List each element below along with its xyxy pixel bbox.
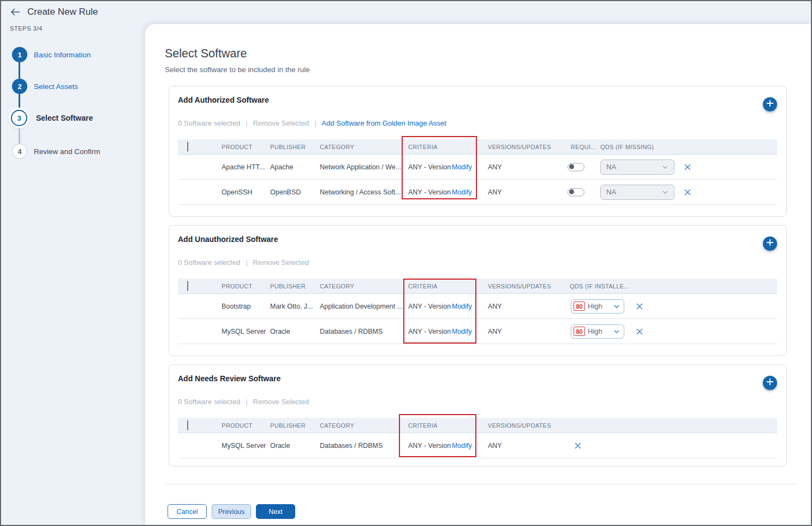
window-title: Create New Rule xyxy=(27,7,98,17)
toolbar-separator: | xyxy=(314,119,316,127)
authorized-table-header: PRODUCT PUBLISHER CATEGORY CRITERIA VERS… xyxy=(178,139,777,155)
required-toggle[interactable] xyxy=(568,163,584,171)
unauthorized-toolbar: 0 Software selected | Remove Selected xyxy=(178,258,309,267)
versions-cell: ANY xyxy=(488,303,502,310)
modify-link[interactable]: Modify xyxy=(452,303,472,310)
versions-cell: ANY xyxy=(488,328,502,335)
col-versions: VERSIONS/UPDATES xyxy=(488,283,551,289)
select-all-checkbox[interactable] xyxy=(187,141,188,152)
sidebar-step-select-assets[interactable]: Select Assets xyxy=(34,82,78,91)
chevron-down-icon xyxy=(613,302,620,310)
needs-review-toolbar: 0 Software selected | Remove Selected xyxy=(178,398,309,406)
col-publisher: PUBLISHER xyxy=(270,144,306,150)
unauthorized-table-header: PRODUCT PUBLISHER CATEGORY CRITERIA VERS… xyxy=(178,279,777,294)
category-cell: Databases / RDBMS xyxy=(320,328,383,335)
needs-review-software-card: Add Needs Review Software 0 Software sel… xyxy=(169,364,787,466)
publisher-cell: Oracle xyxy=(270,442,290,450)
sidebar-step-review-confirm[interactable]: Review and Confirm xyxy=(34,147,100,156)
page-title: Select Software xyxy=(165,47,247,61)
col-product: PRODUCT xyxy=(222,283,253,289)
unauthorized-table: PRODUCT PUBLISHER CATEGORY CRITERIA VERS… xyxy=(178,279,777,344)
back-arrow-icon[interactable] xyxy=(10,7,21,17)
authorized-add-button[interactable] xyxy=(763,97,777,111)
criteria-cell: ANY - Version xyxy=(408,163,451,171)
remove-row-button[interactable] xyxy=(574,441,582,450)
qds-level: High xyxy=(588,327,602,335)
step-3-circle[interactable]: 3 xyxy=(11,110,27,126)
needs-review-remove-selected[interactable]: Remove Selected xyxy=(253,398,309,406)
create-new-rule-window: Create New Rule STEPS 3/4 1 Basic Inform… xyxy=(0,0,812,526)
qds-missing-select[interactable]: NA xyxy=(600,159,674,175)
step-1-circle[interactable]: 1 xyxy=(12,47,27,62)
chevron-down-icon xyxy=(613,327,620,335)
product-cell: Bootstrap xyxy=(222,303,251,310)
cancel-button[interactable]: Cancel xyxy=(168,504,207,519)
col-publisher: PUBLISHER xyxy=(270,422,306,429)
required-toggle[interactable] xyxy=(568,188,584,196)
product-cell: OpenSSH xyxy=(222,188,252,196)
unauthorized-selected-count: 0 Software selected xyxy=(178,258,240,267)
step-2-number: 2 xyxy=(17,82,21,91)
plus-icon xyxy=(766,378,774,388)
sidebar-step-basic-information[interactable]: Basic Information xyxy=(34,51,91,59)
criteria-cell: ANY - Version xyxy=(408,303,451,310)
col-product: PRODUCT xyxy=(222,422,253,429)
golden-image-asset-link[interactable]: Add Software from Golden Image Asset xyxy=(322,119,446,127)
step-3-number: 3 xyxy=(17,114,21,122)
authorized-card-title: Add Authorized Software xyxy=(178,96,269,104)
chevron-down-icon xyxy=(662,163,668,171)
table-row: OpenSSH OpenBSD Networking / Access Soft… xyxy=(178,180,777,205)
page-subtitle: Select the software to be included in th… xyxy=(165,66,310,74)
stepper-connector xyxy=(19,62,20,79)
qds-installed-select[interactable]: 80High xyxy=(571,299,624,314)
step-2-circle[interactable]: 2 xyxy=(12,79,27,94)
modify-link[interactable]: Modify xyxy=(452,163,472,171)
authorized-remove-selected[interactable]: Remove Selected xyxy=(253,119,309,127)
qds-level: High xyxy=(588,302,602,310)
col-criteria: CRITERIA xyxy=(408,283,438,289)
remove-row-button[interactable] xyxy=(635,327,644,336)
next-button[interactable]: Next xyxy=(256,504,295,519)
qds-score-badge: 80 xyxy=(574,327,585,336)
table-row: Apache HTT... Apache Network Application… xyxy=(178,155,777,180)
publisher-cell: Mark Otto, J... xyxy=(270,303,313,310)
modify-link[interactable]: Modify xyxy=(452,442,472,450)
qds-missing-select[interactable]: NA xyxy=(600,185,674,200)
category-cell: Networking / Access Soft... xyxy=(320,188,401,196)
plus-icon xyxy=(766,99,774,109)
remove-row-button[interactable] xyxy=(683,163,692,172)
qds-installed-select[interactable]: 80High xyxy=(571,324,624,339)
sidebar-step-select-software[interactable]: Select Software xyxy=(36,114,93,122)
publisher-cell: Apache xyxy=(270,163,293,171)
previous-button[interactable]: Previous xyxy=(212,504,251,519)
qds-value: NA xyxy=(606,188,616,196)
steps-counter: STEPS 3/4 xyxy=(10,25,43,32)
col-criteria: CRITERIA xyxy=(408,422,438,429)
col-product: PRODUCT xyxy=(222,144,253,150)
select-all-checkbox[interactable] xyxy=(187,281,188,291)
main-panel: Select Software Select the software to b… xyxy=(145,24,811,525)
toolbar-separator: | xyxy=(246,119,247,127)
stepper-connector xyxy=(19,126,20,144)
needs-review-card-title: Add Needs Review Software xyxy=(178,374,280,383)
unauthorized-remove-selected[interactable]: Remove Selected xyxy=(253,258,309,267)
needs-review-add-button[interactable] xyxy=(763,376,777,390)
col-category: CATEGORY xyxy=(320,422,354,429)
select-all-checkbox[interactable] xyxy=(187,420,188,430)
col-publisher: PUBLISHER xyxy=(270,283,306,289)
product-cell: MySQL Server xyxy=(222,442,266,450)
modify-link[interactable]: Modify xyxy=(452,328,472,335)
remove-row-button[interactable] xyxy=(635,302,644,311)
criteria-cell: ANY - Version xyxy=(408,188,451,196)
table-row: Bootstrap Mark Otto, J... Application De… xyxy=(178,294,777,319)
remove-row-button[interactable] xyxy=(683,188,692,197)
versions-cell: ANY xyxy=(488,163,502,171)
modify-link[interactable]: Modify xyxy=(452,188,472,196)
col-versions: VERSIONS/UPDATES xyxy=(488,144,551,150)
step-4-circle[interactable]: 4 xyxy=(12,144,27,159)
toolbar-separator: | xyxy=(246,398,247,406)
needs-review-table-header: PRODUCT PUBLISHER CATEGORY CRITERIA VERS… xyxy=(178,418,777,433)
table-row: MySQL Server Oracle Databases / RDBMS AN… xyxy=(178,433,777,458)
qds-value: NA xyxy=(606,163,616,171)
unauthorized-add-button[interactable] xyxy=(763,237,777,251)
